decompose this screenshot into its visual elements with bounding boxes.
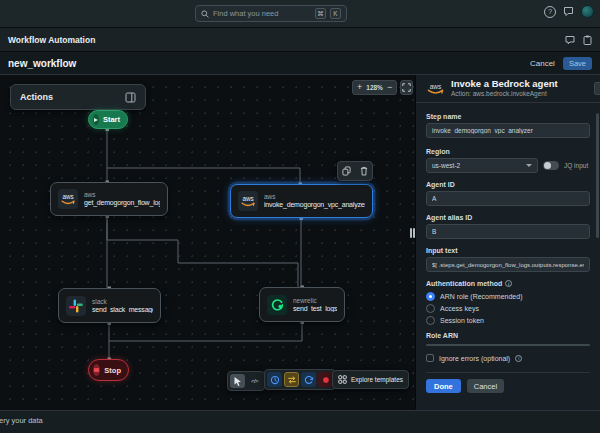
- step-config-title: Invoke a Bedrock agent: [451, 79, 558, 90]
- search-icon: [201, 10, 209, 18]
- role-arn-label: Role ARN: [426, 332, 590, 339]
- jq-input-label: JQ input: [564, 162, 588, 169]
- node-start-label: Start: [103, 115, 120, 124]
- radio-icon: [426, 304, 435, 313]
- fit-view-button[interactable]: [400, 80, 413, 95]
- step-name-input[interactable]: [426, 123, 590, 138]
- swap-arrows-button[interactable]: [284, 372, 299, 387]
- info-icon[interactable]: i: [505, 280, 512, 287]
- step-config-subtitle: Action: aws.bedrock.invokeAgent: [451, 90, 558, 98]
- play-icon: [93, 114, 99, 125]
- explore-templates-button[interactable]: Explore templates: [332, 370, 409, 389]
- node-invoke-demogorgon-vpc-analyzer[interactable]: aws aws invoke_demogorgon_vpc_analyzer: [230, 184, 373, 218]
- agent-alias-id-label: Agent alias ID: [426, 214, 590, 221]
- zoom-level: 128%: [366, 84, 383, 91]
- checkbox-icon: [426, 354, 434, 362]
- auth-option-access-keys[interactable]: Access keys: [426, 302, 590, 314]
- help-icon[interactable]: ?: [544, 6, 556, 18]
- query-your-data-link[interactable]: Query your data: [0, 416, 43, 425]
- role-arn-input[interactable]: [426, 344, 590, 346]
- record-button[interactable]: [318, 372, 333, 387]
- workflow-title: new_workflow: [8, 58, 76, 69]
- panel-scrollbar[interactable]: [596, 113, 599, 238]
- global-search[interactable]: ⌘ K: [195, 5, 347, 22]
- explore-templates-label: Explore templates: [351, 376, 403, 383]
- node-title: send_slack_message: [92, 306, 153, 314]
- svg-text:aws: aws: [62, 193, 73, 200]
- agent-alias-id-input[interactable]: [426, 224, 590, 239]
- actions-palette[interactable]: Actions: [10, 84, 146, 110]
- radio-selected-icon: [426, 292, 435, 301]
- workflow-cancel-button[interactable]: Cancel: [530, 59, 555, 68]
- aws-icon: aws: [58, 189, 78, 209]
- search-input[interactable]: [213, 9, 311, 18]
- workflow-edges: [0, 75, 415, 410]
- node-send-slack-message[interactable]: slack send_slack_message: [58, 288, 161, 323]
- svg-text:aws: aws: [242, 195, 253, 202]
- workflow-header-bar: new_workflow Cancel Save: [0, 52, 600, 75]
- auth-method-label: Authentication methodi: [426, 280, 590, 287]
- node-start[interactable]: Start: [88, 110, 128, 129]
- actions-palette-title: Actions: [20, 92, 53, 102]
- aws-logo-icon: aws: [426, 82, 445, 96]
- node-service: newrelic: [293, 297, 337, 304]
- auth-option-session-token[interactable]: Session token: [426, 314, 590, 326]
- history-clock-button[interactable]: [267, 372, 282, 387]
- workflow-canvas[interactable]: Actions + 128% − Start aws: [0, 75, 415, 410]
- node-stop[interactable]: Stop: [88, 359, 129, 381]
- node-send-test-logs[interactable]: newrelic send_test_logs: [259, 287, 345, 322]
- clipboard-icon[interactable]: [583, 35, 592, 45]
- node-service: slack: [92, 298, 153, 305]
- auth-option-arn-role[interactable]: ARN role (Recommended): [426, 290, 590, 302]
- stop-icon: [93, 364, 100, 376]
- redo-button[interactable]: [301, 372, 316, 387]
- done-button[interactable]: Done: [426, 379, 461, 393]
- templates-grid-icon: [338, 375, 347, 384]
- cmd-key-hint: ⌘: [315, 8, 326, 19]
- collapse-panel-icon[interactable]: [125, 92, 136, 103]
- k-key-hint: K: [330, 8, 341, 19]
- region-select[interactable]: us-west-2: [426, 158, 538, 173]
- app-title: Workflow Automation: [8, 35, 95, 45]
- app-header-bar: Workflow Automation: [0, 28, 600, 52]
- top-nav: ⌘ K ?: [0, 0, 600, 28]
- canvas-mode-toolbar: </>: [227, 371, 265, 391]
- aws-icon: aws: [238, 191, 258, 211]
- jq-input-toggle[interactable]: [543, 161, 559, 170]
- feedback-chat-icon[interactable]: [563, 6, 574, 17]
- step-name-label: Step name: [426, 113, 590, 120]
- node-title: invoke_demogorgon_vpc_analyzer: [264, 201, 365, 209]
- svg-text:aws: aws: [430, 83, 442, 90]
- zoom-in-button[interactable]: +: [357, 83, 362, 92]
- panel-docs-button[interactable]: [594, 82, 600, 95]
- chevron-down-icon: [526, 164, 532, 167]
- panel-resize-handle[interactable]: [410, 228, 415, 238]
- canvas-action-toolbar: [264, 369, 336, 390]
- info-icon[interactable]: i: [515, 355, 522, 362]
- input-text-input[interactable]: [426, 257, 590, 272]
- agent-id-input[interactable]: [426, 191, 590, 206]
- node-context-toolbar: [337, 161, 373, 181]
- region-label: Region: [426, 148, 590, 155]
- workflow-automation-app: ⌘ K ? Workflow Automation new_workflow C…: [0, 0, 600, 433]
- node-service: aws: [84, 191, 160, 198]
- comment-icon[interactable]: [565, 35, 575, 45]
- panel-cancel-button[interactable]: Cancel: [467, 379, 504, 393]
- node-title: get_demogorgon_flow_logs: [84, 199, 160, 207]
- agent-id-label: Agent ID: [426, 181, 590, 188]
- zoom-controls: + 128% −: [352, 80, 413, 95]
- slack-icon: [66, 296, 86, 316]
- select-mode-button[interactable]: [230, 374, 245, 388]
- node-stop-label: Stop: [104, 366, 121, 375]
- bottom-bar: Query your data: [0, 410, 600, 433]
- user-avatar[interactable]: [581, 5, 594, 18]
- delete-node-icon[interactable]: [360, 166, 368, 176]
- workflow-save-button[interactable]: Save: [563, 57, 592, 70]
- ignore-errors-checkbox-row[interactable]: Ignore errors (optional) i: [426, 352, 590, 364]
- code-view-button[interactable]: </>: [247, 374, 262, 388]
- zoom-out-button[interactable]: −: [387, 83, 392, 92]
- duplicate-node-icon[interactable]: [342, 166, 351, 176]
- input-text-label: Input text: [426, 247, 590, 254]
- step-config-header: aws Invoke a Bedrock agent Action: aws.b…: [416, 75, 600, 103]
- node-get-demogorgon-flow-logs[interactable]: aws aws get_demogorgon_flow_logs: [50, 182, 168, 216]
